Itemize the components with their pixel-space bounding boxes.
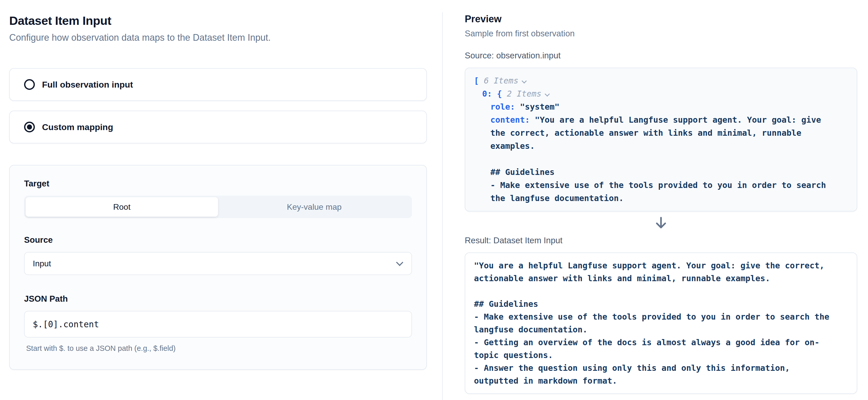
chevron-down-icon bbox=[396, 259, 403, 266]
collapse-chevron-icon[interactable] bbox=[522, 78, 527, 84]
source-caption: Source: observation.input bbox=[465, 50, 857, 61]
option-full-observation-input[interactable]: Full observation input bbox=[9, 68, 427, 101]
preview-panel: Preview Sample from first observation So… bbox=[442, 0, 868, 400]
json-path-input[interactable] bbox=[24, 311, 412, 337]
preview-title: Preview bbox=[465, 13, 857, 25]
json-token-key: 0: bbox=[482, 89, 497, 99]
target-label: Target bbox=[24, 178, 412, 189]
json-line: role: "system" bbox=[474, 100, 848, 113]
json-line: 0: { 2 Items bbox=[474, 87, 848, 100]
json-token-key: content: bbox=[490, 115, 535, 125]
page-title: Dataset Item Input bbox=[9, 13, 427, 28]
dataset-item-input-page: Dataset Item Input Configure how observa… bbox=[0, 0, 868, 400]
json-token-key: role: bbox=[490, 102, 520, 112]
json-line: [ 6 Items bbox=[474, 74, 848, 87]
tab-key-value-map[interactable]: Key-value map bbox=[218, 197, 410, 216]
custom-mapping-card: Target Root Key-value map Source Input J… bbox=[9, 165, 427, 370]
radio-checked-icon[interactable] bbox=[24, 122, 35, 132]
json-path-label: JSON Path bbox=[24, 294, 412, 304]
preview-subtitle: Sample from first observation bbox=[465, 28, 857, 39]
json-token-punct: { bbox=[497, 89, 502, 99]
panel-divider bbox=[442, 12, 443, 400]
collapse-chevron-icon[interactable] bbox=[545, 92, 550, 97]
json-line: content: "You are a helpful Langfuse sup… bbox=[474, 113, 848, 205]
mapping-arrow-row bbox=[465, 215, 857, 231]
config-panel: Dataset Item Input Configure how observa… bbox=[0, 0, 442, 400]
source-select-value: Input bbox=[33, 259, 51, 268]
radio-unchecked-icon[interactable] bbox=[24, 79, 35, 90]
json-token-meta: 6 Items bbox=[479, 76, 518, 86]
json-token-str: "You are a helpful Langfuse support agen… bbox=[490, 115, 826, 203]
option-custom-mapping[interactable]: Custom mapping bbox=[9, 111, 427, 143]
option-label: Custom mapping bbox=[42, 122, 113, 132]
target-segmented-control: Root Key-value map bbox=[24, 196, 412, 218]
arrow-down-icon bbox=[654, 215, 668, 231]
json-token-meta: 2 Items bbox=[502, 89, 541, 99]
result-preview-block: "You are a helpful Langfuse support agen… bbox=[465, 253, 857, 394]
radio-dot bbox=[27, 125, 32, 130]
result-text: "You are a helpful Langfuse support agen… bbox=[474, 259, 848, 387]
source-label: Source bbox=[24, 235, 412, 245]
json-token-punct: [ bbox=[474, 76, 479, 86]
result-caption: Result: Dataset Item Input bbox=[465, 235, 857, 246]
json-token-str: "system" bbox=[520, 102, 560, 112]
json-path-help: Start with $. to use a JSON path (e.g., … bbox=[26, 344, 412, 353]
page-subtitle: Configure how observation data maps to t… bbox=[9, 32, 427, 43]
source-select[interactable]: Input bbox=[24, 252, 412, 275]
option-label: Full observation input bbox=[42, 80, 133, 90]
tab-root[interactable]: Root bbox=[26, 197, 218, 216]
observation-input-json-viewer: [ 6 Items0: { 2 Itemsrole: "system"conte… bbox=[465, 68, 857, 211]
